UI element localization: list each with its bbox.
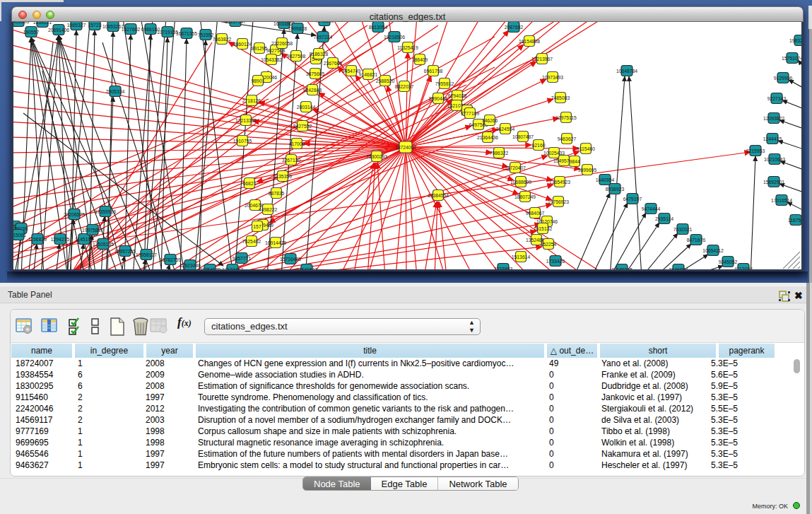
svg-text:2588520: 2588520: [376, 78, 395, 83]
svg-text:16671355: 16671355: [176, 31, 197, 36]
svg-text:8813054: 8813054: [369, 25, 388, 30]
svg-text:2367608: 2367608: [324, 61, 343, 66]
svg-text:23188315: 23188315: [611, 267, 632, 270]
svg-text:186409: 186409: [412, 57, 428, 62]
svg-text:17016514: 17016514: [771, 198, 792, 203]
svg-text:15723: 15723: [88, 23, 102, 28]
svg-text:15692901: 15692901: [763, 180, 784, 185]
svg-text:66827: 66827: [243, 181, 257, 186]
svg-text:24641507: 24641507: [296, 267, 317, 270]
svg-text:1615132: 1615132: [534, 226, 553, 231]
svg-text:10973493: 10973493: [542, 75, 563, 80]
svg-text:8454749: 8454749: [342, 69, 361, 74]
svg-text:1244415: 1244415: [763, 136, 782, 141]
svg-text:6961758: 6961758: [424, 69, 443, 74]
svg-text:16154808: 16154808: [519, 39, 540, 44]
svg-text:9777169: 9777169: [461, 111, 480, 116]
svg-text:3267130: 3267130: [282, 158, 301, 163]
svg-text:4112034: 4112034: [734, 267, 753, 270]
svg-text:17957255: 17957255: [114, 249, 136, 254]
svg-text:1135359: 1135359: [273, 174, 292, 179]
svg-text:3875685: 3875685: [306, 71, 325, 76]
svg-text:7955812: 7955812: [435, 81, 454, 86]
svg-text:9084067: 9084067: [526, 211, 545, 216]
svg-text:157: 157: [253, 224, 261, 229]
svg-text:15716485: 15716485: [280, 257, 301, 262]
svg-text:13654923: 13654923: [549, 180, 570, 185]
svg-text:1999828: 1999828: [288, 26, 307, 31]
svg-text:252254: 252254: [541, 242, 557, 247]
svg-text:8990448: 8990448: [429, 96, 448, 101]
svg-text:1294275: 1294275: [51, 237, 70, 242]
svg-text:12923446: 12923446: [180, 263, 201, 268]
svg-text:20691406: 20691406: [48, 28, 69, 33]
svg-text:1910755: 1910755: [233, 139, 252, 144]
svg-text:9242848: 9242848: [303, 88, 322, 93]
svg-text:8215953: 8215953: [746, 148, 765, 153]
svg-text:190557: 190557: [23, 30, 40, 35]
svg-text:9227343: 9227343: [767, 96, 787, 101]
svg-text:9463627: 9463627: [558, 136, 577, 141]
svg-text:7485083: 7485083: [551, 95, 570, 100]
svg-text:9129906: 9129906: [774, 76, 793, 81]
svg-text:12093822: 12093822: [763, 116, 784, 121]
svg-text:10654112: 10654112: [702, 248, 724, 253]
svg-text:19832259: 19832259: [789, 38, 801, 43]
svg-text:2935114: 2935114: [655, 216, 673, 221]
svg-text:10543382: 10543382: [261, 57, 282, 62]
svg-text:2905334: 2905334: [106, 89, 125, 94]
svg-text:8646997: 8646997: [669, 267, 688, 270]
svg-text:1839221: 1839221: [33, 22, 52, 25]
svg-text:18724007: 18724007: [395, 145, 416, 150]
svg-text:9699695: 9699695: [578, 168, 597, 173]
svg-text:4143890: 4143890: [315, 22, 334, 23]
svg-text:8186328: 8186328: [310, 52, 329, 57]
svg-text:8471676: 8471676: [687, 238, 706, 243]
svg-text:7857224: 7857224: [314, 35, 333, 40]
svg-text:7625402: 7625402: [242, 239, 261, 244]
svg-text:9146821: 9146821: [359, 72, 378, 77]
svg-text:9245052: 9245052: [719, 259, 738, 264]
svg-text:746266: 746266: [482, 118, 498, 123]
svg-text:7986322: 7986322: [490, 151, 509, 156]
svg-text:751552: 751552: [198, 33, 214, 37]
svg-text:19756923: 19756923: [548, 199, 569, 204]
svg-text:1513614: 1513614: [512, 255, 531, 259]
svg-text:21364436: 21364436: [477, 135, 498, 140]
svg-text:22455603: 22455603: [13, 22, 29, 24]
svg-text:10648784: 10648784: [616, 69, 637, 74]
svg-text:9857771: 9857771: [233, 256, 252, 261]
svg-text:12975115: 12975115: [555, 115, 577, 120]
svg-text:1156829: 1156829: [28, 237, 47, 242]
svg-text:887835: 887835: [269, 191, 285, 196]
svg-text:12505135: 12505135: [93, 242, 114, 247]
svg-text:13134457: 13134457: [222, 267, 243, 270]
svg-text:10688609: 10688609: [510, 180, 531, 185]
svg-text:23226058: 23226058: [271, 41, 293, 46]
svg-text:2087682: 2087682: [505, 25, 524, 30]
svg-text:12213382: 12213382: [235, 118, 257, 123]
svg-text:7663822: 7663822: [213, 37, 232, 42]
svg-text:15720407: 15720407: [505, 165, 526, 170]
svg-text:16782759: 16782759: [160, 257, 181, 262]
svg-text:6479197: 6479197: [623, 197, 642, 201]
svg-text:62160: 62160: [532, 143, 546, 148]
svg-text:10025433: 10025433: [543, 151, 565, 156]
svg-text:3333883: 3333883: [494, 267, 513, 270]
svg-text:2803144: 2803144: [297, 105, 316, 110]
svg-text:1440954: 1440954: [596, 177, 615, 182]
svg-text:9115460: 9115460: [577, 146, 595, 151]
svg-text:8822037: 8822037: [395, 84, 414, 89]
svg-text:11325419: 11325419: [397, 45, 418, 50]
svg-text:17359918: 17359918: [95, 209, 116, 214]
svg-text:9474444: 9474444: [642, 206, 661, 211]
svg-text:8860124: 8860124: [233, 42, 252, 47]
svg-text:1527602: 1527602: [122, 27, 141, 32]
svg-text:12213967: 12213967: [531, 57, 553, 62]
svg-text:10210643: 10210643: [764, 157, 785, 162]
svg-text:25300293: 25300293: [366, 154, 387, 159]
svg-text:9844: 9844: [569, 159, 579, 164]
svg-text:3624554: 3624554: [496, 127, 515, 132]
svg-text:21754078: 21754078: [199, 267, 220, 270]
svg-text:10807487: 10807487: [512, 134, 534, 139]
